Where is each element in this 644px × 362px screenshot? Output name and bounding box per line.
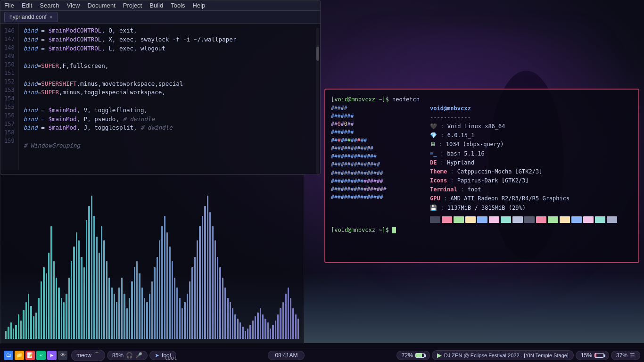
viz-bar — [197, 240, 198, 339]
music-title: DJ ZEN @ Eclipse Festival 2022 - [YIN Te… — [444, 353, 569, 358]
viz-bar — [260, 308, 261, 339]
viz-bar — [56, 278, 57, 339]
viz-bar — [242, 327, 243, 339]
terminal-window[interactable]: [void@mnbvcxz ~]$ neofetch ##### #######… — [324, 89, 639, 263]
menu-search[interactable]: Search — [40, 2, 59, 9]
viz-bar — [164, 216, 165, 339]
viz-bar — [91, 196, 92, 339]
menu-document[interactable]: Document — [88, 2, 116, 9]
brightness-percent: 37% — [616, 352, 627, 359]
editor-tab-hyprlandd[interactable]: hyprlandd.conf × — [4, 12, 58, 22]
viz-bar — [277, 314, 279, 339]
viz-bar — [285, 294, 286, 339]
menu-project[interactable]: Project — [123, 2, 142, 9]
text-taskbar-icon[interactable]: 📝 — [25, 351, 35, 360]
neofetch-command: neofetch — [392, 96, 420, 103]
viz-bar — [23, 310, 24, 339]
color-swatch — [465, 216, 476, 223]
viz-bar — [93, 216, 95, 339]
terminal-prompt-2: [void@mnbvcxz ~]$ — [331, 227, 389, 233]
viz-bar — [83, 267, 85, 339]
folder-taskbar-icon[interactable]: 📁 — [15, 351, 24, 360]
neofetch-info: void@mnbvcxz ------------ 🖤 : Void Linux… — [430, 104, 617, 223]
viz-bar — [179, 298, 181, 339]
taskbar-left-icons: 🗂 📁 📝 ↩ ▶ 👁 — [4, 351, 67, 360]
viz-bar — [237, 319, 239, 339]
scrollbar-thumb[interactable] — [316, 47, 319, 61]
viz-bar — [245, 331, 246, 339]
viz-bar — [68, 278, 70, 339]
viz-bar — [78, 240, 80, 339]
viz-bar — [46, 273, 47, 339]
viz-bar — [61, 298, 62, 339]
viz-bar — [99, 253, 100, 339]
eye-taskbar-icon[interactable]: 👁 — [58, 351, 67, 360]
viz-bar — [275, 321, 276, 339]
viz-bar — [86, 220, 87, 339]
battery2-pill[interactable]: 15% — [576, 351, 609, 360]
visualizer-bars — [0, 175, 304, 344]
viz-bar — [174, 278, 175, 339]
terminal-prompt-1: [void@mnbvcxz ~]$ — [331, 96, 389, 103]
meow-label: meow — [76, 352, 91, 359]
viz-bar — [63, 302, 65, 339]
viz-bar — [199, 226, 200, 339]
viz-bar — [219, 267, 221, 339]
viz-bar — [141, 288, 143, 339]
viz-bar — [189, 281, 190, 339]
taskbar-center: 08:41AM — [178, 351, 395, 360]
menu-help[interactable]: Help — [193, 2, 206, 9]
video-taskbar-icon[interactable]: ▶ — [47, 351, 57, 360]
viz-bar — [202, 216, 203, 339]
menu-file[interactable]: File — [4, 2, 14, 9]
editor-scrollbar[interactable] — [316, 28, 319, 174]
viz-bar — [33, 316, 34, 339]
menu-build[interactable]: Build — [149, 2, 163, 9]
viz-bar — [111, 288, 112, 339]
viz-bar — [13, 329, 14, 339]
viz-bar — [204, 206, 206, 339]
menu-tools[interactable]: Tools — [171, 2, 185, 9]
viz-bar — [257, 313, 258, 339]
viz-bar — [118, 288, 120, 339]
color-swatch — [524, 216, 535, 223]
viz-bar — [144, 298, 145, 339]
menu-view[interactable]: View — [67, 2, 80, 9]
viz-bar — [8, 327, 9, 339]
viz-bar — [209, 212, 211, 339]
color-swatch — [501, 216, 511, 223]
viz-bar — [282, 302, 284, 339]
viz-bar — [101, 226, 102, 339]
mic-icon: 🎤 — [135, 352, 142, 359]
viz-bar — [230, 302, 231, 339]
back-taskbar-icon[interactable]: ↩ — [36, 351, 46, 360]
taskbar: 🗂 📁 📝 ↩ ▶ 👁 meow ⌒ 85% 🎧 🎤 ➤ foot 08:41A… — [0, 348, 644, 362]
color-swatch — [560, 216, 570, 223]
viz-bar — [25, 302, 27, 339]
battery1-percent: 72% — [402, 352, 413, 359]
volume-pill[interactable]: 85% 🎧 🎤 — [107, 351, 148, 360]
viz-bar — [280, 308, 281, 339]
viz-bar — [76, 232, 77, 339]
viz-bar — [15, 325, 17, 339]
code-content[interactable]: bind = $mainModCONTROL, Q, exit, bind = … — [19, 24, 320, 170]
battery2-percent: 15% — [581, 352, 592, 359]
color-swatch — [607, 216, 617, 223]
meow-pill[interactable]: meow ⌒ — [71, 350, 105, 361]
play-icon: ▶ — [437, 352, 442, 359]
viz-bar — [176, 288, 178, 339]
files-taskbar-icon[interactable]: 🗂 — [4, 351, 13, 360]
viz-bar — [43, 267, 44, 339]
menu-edit[interactable]: Edit — [22, 2, 32, 9]
battery1-pill[interactable]: 72% — [396, 351, 430, 360]
line-numbers: 146147148149 150151152153 154155156157 1… — [0, 24, 19, 170]
foot-arrow-icon: ➤ — [155, 352, 159, 359]
editor-code-area[interactable]: 146147148149 150151152153 154155156157 1… — [0, 24, 320, 170]
color-swatch — [454, 216, 464, 223]
viz-bar — [270, 329, 271, 339]
viz-bar — [161, 226, 163, 339]
viz-bar — [217, 257, 218, 339]
music-pill[interactable]: ▶ DJ ZEN @ Eclipse Festival 2022 - [YIN … — [432, 350, 574, 360]
brightness-pill[interactable]: 37% ☰ — [611, 351, 640, 360]
tab-close-button[interactable]: × — [50, 14, 52, 20]
